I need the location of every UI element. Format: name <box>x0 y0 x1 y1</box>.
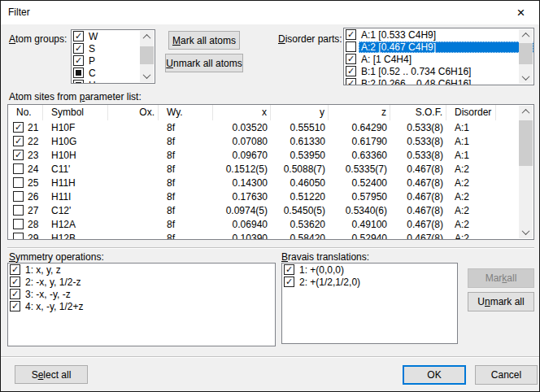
table-scrollbar[interactable] <box>519 106 533 238</box>
checkbox[interactable]: ✓ <box>13 136 24 146</box>
row-number: 21 <box>28 122 38 133</box>
table-row[interactable]: ✓23H10H8f0.096700.539500.633600.533(8)A:… <box>8 148 520 162</box>
disorder-scrollbar[interactable] <box>519 29 533 84</box>
atom-sites-table[interactable]: No.SymbolOx.Wy.xyzS.O.F.Disorder ✓21H10F… <box>7 104 534 240</box>
checkbox[interactable]: ✓ <box>284 264 294 275</box>
disorder-part-item[interactable]: ✓B:1 [0.52 .. 0.734 C6H16] <box>344 65 533 77</box>
checkbox[interactable]: ✓ <box>10 264 20 275</box>
bravais-item[interactable]: ✓2: +(1/2,1/2,0) <box>282 276 457 288</box>
checkbox[interactable] <box>13 163 24 174</box>
checkbox[interactable]: ✓ <box>10 277 20 287</box>
disorder-part-item-label[interactable]: B:2 [0.266 .. 0.48 C6H16] <box>359 78 473 86</box>
cell-z: 0.52400 <box>329 177 390 189</box>
table-row[interactable]: ✓21H10F8f0.035200.555100.642900.533(8)A:… <box>8 120 520 134</box>
symmetry-item-label[interactable]: 3: -x, -y, -z <box>23 289 73 300</box>
checkbox[interactable]: ✓ <box>284 277 294 287</box>
checkbox[interactable] <box>346 41 356 52</box>
scroll-thumb[interactable] <box>140 46 154 64</box>
scroll-thumb[interactable] <box>519 120 533 166</box>
cell-x: 0.1512(5) <box>213 163 271 175</box>
disorder-part-item-label[interactable]: A: [1 C4H4] <box>359 54 414 65</box>
disorder-parts-listbox[interactable]: ✓A:1 [0.533 C4H9]A:2 [0.467 C4H9]✓A: [1 … <box>343 28 534 85</box>
checkbox[interactable]: ✓ <box>346 78 356 85</box>
symmetry-operations-listbox[interactable]: ✓1: x, y, z✓2: -x, y, 1/2-z✓3: -x, -y, -… <box>7 263 276 346</box>
atom-group-item-label[interactable]: S <box>86 43 98 54</box>
checkbox[interactable] <box>73 68 84 78</box>
disorder-part-item[interactable]: A:2 [0.467 C4H9] <box>344 41 533 53</box>
unmark-all-button[interactable]: Unmark all <box>468 292 534 311</box>
checkbox[interactable]: ✓ <box>346 29 356 40</box>
scroll-up-icon[interactable] <box>140 31 154 43</box>
disorder-part-item-label[interactable]: A:1 [0.533 C4H9] <box>359 29 438 41</box>
atom-group-item-label[interactable]: H <box>86 80 98 85</box>
symmetry-item[interactable]: ✓1: x, y, z <box>8 264 275 276</box>
scroll-up-icon[interactable] <box>519 29 533 41</box>
atom-group-item-label[interactable]: C <box>86 68 98 79</box>
checkbox[interactable]: ✓ <box>13 150 24 160</box>
ok-button[interactable]: OK <box>403 365 466 385</box>
row-number: 24 <box>28 163 38 175</box>
symmetry-item[interactable]: ✓2: -x, y, 1/2-z <box>8 276 275 288</box>
disorder-part-item[interactable]: ✓B:2 [0.266 .. 0.48 C6H16] <box>344 77 533 85</box>
cell-no: 24 <box>8 163 43 175</box>
cell-y: 0.51220 <box>271 191 329 203</box>
disorder-part-item[interactable]: ✓A:1 [0.533 C4H9] <box>344 28 533 41</box>
checkbox[interactable] <box>13 233 24 239</box>
unmark-all-atoms-button[interactable]: Unmark all atoms <box>165 54 243 72</box>
bravais-item-label[interactable]: 1: +(0,0,0) <box>297 264 346 276</box>
disorder-part-item-label[interactable]: A:2 [0.467 C4H9] <box>359 41 533 53</box>
table-row[interactable]: 25H11H8f0.143000.460500.524000.467(8)A:2 <box>8 176 520 189</box>
table-body[interactable]: ✓21H10F8f0.035200.555100.642900.533(8)A:… <box>8 120 520 239</box>
scroll-down-icon[interactable] <box>519 72 533 84</box>
table-row[interactable]: ✓22H10G8f0.070800.613300.617900.533(8)A:… <box>8 134 520 148</box>
cell-sof: 0.467(8) <box>390 177 446 189</box>
checkbox[interactable]: ✓ <box>346 66 356 76</box>
checkbox[interactable]: ✓ <box>10 301 20 311</box>
checkbox[interactable]: ✓ <box>10 289 20 299</box>
checkbox[interactable]: ✓ <box>73 31 84 41</box>
disorder-part-item-label[interactable]: B:1 [0.52 .. 0.734 C6H16] <box>359 66 473 77</box>
table-row[interactable]: 27C12'8f0.0974(5)0.5450(5)0.5340(6)0.467… <box>8 203 520 217</box>
mark-all-atoms-button[interactable]: Mark all atoms <box>168 31 240 50</box>
scroll-down-icon[interactable] <box>140 70 154 82</box>
bravais-item[interactable]: ✓1: +(0,0,0) <box>282 264 457 276</box>
checkbox[interactable]: ✓ <box>73 43 84 54</box>
symmetry-item-label[interactable]: 4: x, -y, 1/2+z <box>23 301 85 312</box>
symmetry-item[interactable]: ✓3: -x, -y, -z <box>8 288 275 300</box>
cell-sof: 0.533(8) <box>390 136 446 147</box>
select-all-button[interactable]: Select all <box>15 365 88 384</box>
column-header-y: y <box>271 105 329 120</box>
checkbox[interactable]: ✓ <box>346 54 356 64</box>
atom-groups-listbox[interactable]: ✓W✓S✓PCH <box>71 29 155 84</box>
checkbox[interactable]: ✓ <box>73 55 84 66</box>
cell-no: ✓21 <box>8 122 43 133</box>
table-row[interactable]: 24C11'8f0.1512(5)0.5088(7)0.5335(7)0.467… <box>8 162 520 176</box>
window-title: Filter <box>8 7 30 18</box>
scroll-up-icon[interactable] <box>519 106 533 118</box>
checkbox[interactable] <box>13 177 24 188</box>
table-row[interactable]: 28H12A8f0.069400.536200.491000.467(8)A:2 <box>8 217 520 231</box>
scroll-down-icon[interactable] <box>519 226 533 238</box>
table-row[interactable]: 26H11I8f0.176300.512200.579500.467(8)A:2 <box>8 189 520 203</box>
table-row[interactable]: 29H12B8f0.103900.584200.529400.467(8)A:2 <box>8 231 520 239</box>
checkbox[interactable] <box>13 219 24 229</box>
cell-x: 0.14300 <box>213 177 271 189</box>
disorder-part-item[interactable]: ✓A: [1 C4H4] <box>344 53 533 65</box>
scroll-thumb[interactable] <box>519 43 533 64</box>
close-icon[interactable]: × <box>503 1 539 24</box>
atom-group-item-label[interactable]: P <box>86 55 98 67</box>
symmetry-item-label[interactable]: 2: -x, y, 1/2-z <box>23 277 83 288</box>
mark-all-button[interactable]: Mark all <box>468 268 534 288</box>
atom-groups-scrollbar[interactable] <box>140 31 154 82</box>
checkbox[interactable] <box>73 80 84 84</box>
cell-y: 0.55510 <box>271 122 329 133</box>
atom-group-item-label[interactable]: W <box>86 31 100 42</box>
cancel-button[interactable]: Cancel <box>475 365 538 385</box>
checkbox[interactable]: ✓ <box>13 122 24 133</box>
bravais-item-label[interactable]: 2: +(1/2,1/2,0) <box>297 277 363 288</box>
checkbox[interactable] <box>13 191 24 202</box>
bravais-translations-listbox[interactable]: ✓1: +(0,0,0)✓2: +(1/2,1/2,0) <box>281 263 458 344</box>
checkbox[interactable] <box>13 205 24 216</box>
symmetry-item-label[interactable]: 1: x, y, z <box>23 264 63 276</box>
symmetry-item[interactable]: ✓4: x, -y, 1/2+z <box>8 300 275 312</box>
